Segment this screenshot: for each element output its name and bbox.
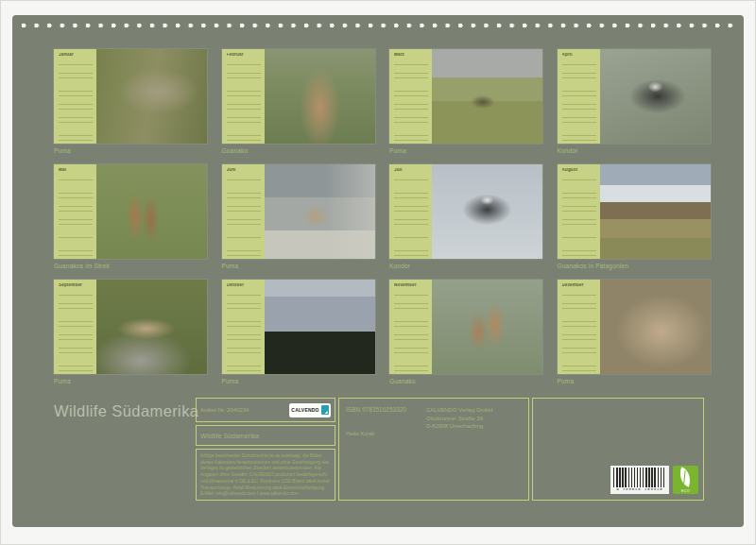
month-strip: Juni bbox=[222, 164, 265, 259]
article-number-cell: Artikel-Nr. 2040234 CALVENDO bbox=[196, 398, 335, 422]
publisher-cell: ISBN 9783516253320 CALVENDO Verlag GmbH … bbox=[338, 398, 529, 501]
photo-caption: Kondor bbox=[558, 147, 711, 154]
tile-januar: Januar Puma bbox=[54, 49, 207, 155]
photo-caption: Puma bbox=[222, 378, 375, 384]
isbn-text: ISBN 9783516253320 bbox=[346, 406, 406, 413]
photo-dark-landscape bbox=[265, 280, 375, 374]
month-label: November bbox=[394, 283, 428, 288]
tile-oktober: Oktober Puma bbox=[222, 280, 375, 385]
month-label: Oktober bbox=[227, 283, 261, 288]
month-strip: Januar bbox=[54, 49, 96, 144]
photo-guanako-portrait bbox=[265, 49, 375, 144]
month-thumbnails-grid: Januar Puma Februar Guanako März Puma bbox=[54, 49, 711, 385]
calendar-rules bbox=[394, 60, 428, 142]
author-name: Heike Kuralt bbox=[346, 431, 374, 436]
photo-caption: Kondor bbox=[389, 263, 542, 269]
leaf-icon bbox=[677, 467, 695, 486]
tile-august: August Guanakos in Patagonien bbox=[558, 164, 711, 270]
calendar-rules bbox=[562, 60, 596, 142]
photo-caption: Puma bbox=[222, 263, 375, 269]
cover-page: Januar Puma Februar Guanako März Puma bbox=[12, 15, 744, 527]
photo-caption: Guanako bbox=[222, 147, 375, 154]
publisher-street: Ottobrunner Straße 39 bbox=[426, 415, 492, 423]
month-strip: September bbox=[54, 280, 96, 374]
tile-juli: Juli Kondor bbox=[389, 164, 542, 270]
calendar-rules bbox=[394, 291, 428, 372]
photo-caption: Puma bbox=[389, 147, 542, 154]
photo-caption: Guanako bbox=[389, 378, 542, 384]
month-label: Mai bbox=[59, 168, 93, 173]
tile-november: November Guanako bbox=[389, 280, 542, 385]
photo-caption: Puma bbox=[54, 147, 207, 154]
month-strip: November bbox=[389, 280, 432, 374]
calendar-back-cover: Januar Puma Februar Guanako März Puma bbox=[0, 0, 756, 545]
tile-februar: Februar Guanako bbox=[222, 49, 375, 155]
calendar-rules bbox=[227, 291, 261, 372]
calendar-rules bbox=[59, 60, 93, 142]
tile-april: April Kondor bbox=[558, 49, 711, 155]
month-strip: Mai bbox=[54, 164, 96, 259]
photo-puma-walking bbox=[265, 164, 375, 259]
tile-september: September Puma bbox=[54, 280, 207, 385]
photo-caption: Puma bbox=[54, 378, 207, 384]
calendar-rules bbox=[562, 176, 596, 257]
legal-text-cell: Infolge bestehender Schutzrechte ist es … bbox=[196, 449, 335, 501]
month-strip: Dezember bbox=[558, 280, 600, 374]
eco-label: ECO bbox=[681, 489, 690, 493]
calendar-rules bbox=[394, 176, 428, 257]
month-label: Dezember bbox=[562, 283, 596, 288]
tile-juni: Juni Puma bbox=[222, 164, 375, 270]
month-label: April bbox=[562, 53, 596, 58]
photo-caption: Puma bbox=[558, 378, 711, 384]
photo-puma-in-field bbox=[432, 49, 542, 144]
barcode-cell: 9 783516 253320 ECO bbox=[532, 398, 704, 501]
product-title: Wildlife Südamerika bbox=[200, 433, 259, 439]
photo-condor-in-sky bbox=[432, 164, 542, 259]
calendar-rules bbox=[227, 176, 261, 257]
tile-dezember: Dezember Puma bbox=[558, 280, 711, 385]
month-label: Januar bbox=[59, 53, 93, 58]
calendar-rules bbox=[227, 60, 261, 142]
month-label: Juni bbox=[227, 168, 261, 173]
product-title-cell: Wildlife Südamerika bbox=[196, 425, 335, 446]
month-strip: Oktober bbox=[222, 280, 265, 374]
photo-mountain-landscape bbox=[600, 164, 711, 259]
month-strip: April bbox=[558, 49, 600, 144]
month-label: Februar bbox=[227, 53, 261, 58]
calvendo-wordmark: CALVENDO bbox=[291, 408, 318, 413]
month-label: März bbox=[394, 53, 428, 58]
legal-text: Infolge bestehender Schutzrechte ist es … bbox=[200, 453, 330, 496]
barcode-digits: 9 783516 253320 bbox=[613, 487, 666, 492]
eco-logo: ECO bbox=[673, 466, 698, 494]
calvendo-logo: CALVENDO bbox=[289, 403, 331, 417]
calendar-rules bbox=[562, 291, 596, 372]
photo-condor-flying bbox=[600, 49, 711, 144]
tile-maerz: März Puma bbox=[389, 49, 542, 155]
photo-puma-closeup bbox=[600, 280, 711, 374]
calvendo-logo-icon bbox=[321, 405, 329, 415]
month-label: September bbox=[59, 283, 93, 288]
tile-mai: Mai Guanakos im Streit bbox=[54, 164, 207, 270]
barcode-bars bbox=[613, 468, 666, 487]
article-number: Artikel-Nr. 2040234 bbox=[200, 407, 249, 413]
ean-barcode: 9 783516 253320 bbox=[610, 466, 669, 494]
spiral-binding-holes bbox=[20, 22, 736, 29]
photo-guanaco-pair bbox=[432, 280, 542, 374]
product-info-table: Artikel-Nr. 2040234 CALVENDO Wildlife Sü… bbox=[196, 398, 704, 501]
photo-puma-on-rock bbox=[96, 280, 207, 374]
photo-caption: Guanakos im Streit bbox=[54, 263, 207, 269]
photo-caption: Guanakos in Patagonien bbox=[558, 263, 711, 269]
photo-puma-in-grass bbox=[96, 49, 207, 144]
month-label: August bbox=[562, 168, 596, 173]
publisher-address: CALVENDO Verlag GmbH Ottobrunner Straße … bbox=[426, 406, 492, 431]
month-strip: Februar bbox=[222, 49, 265, 144]
photo-guanacos-fighting bbox=[96, 164, 207, 259]
calendar-rules bbox=[59, 176, 93, 257]
month-label: Juli bbox=[394, 168, 428, 173]
calendar-rules bbox=[59, 291, 93, 372]
publisher-name: CALVENDO Verlag GmbH bbox=[426, 406, 492, 415]
month-strip: Juli bbox=[389, 164, 432, 259]
publisher-city: D-82008 Unterhaching bbox=[426, 422, 492, 431]
month-strip: August bbox=[558, 164, 600, 259]
month-strip: März bbox=[389, 49, 432, 144]
